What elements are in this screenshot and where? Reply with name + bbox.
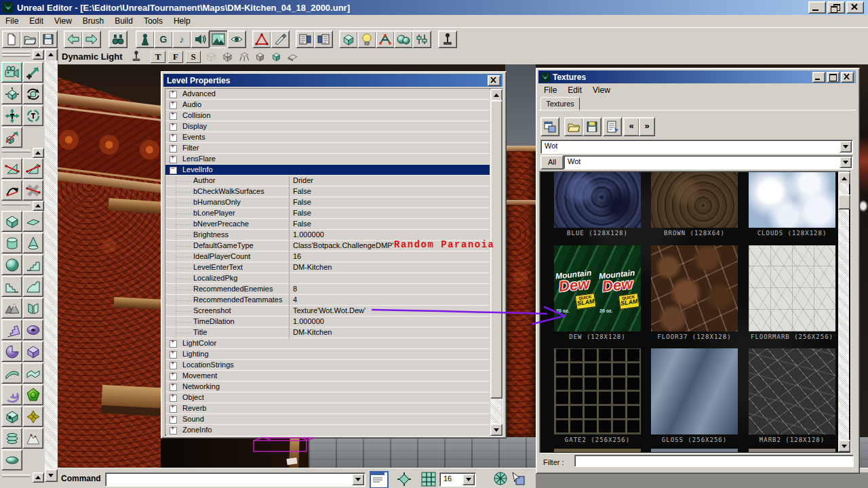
palette-scroll-down[interactable] bbox=[45, 469, 58, 482]
palette-grip[interactable] bbox=[2, 51, 31, 54]
palette-grip[interactable] bbox=[2, 203, 31, 205]
palette-section-button[interactable] bbox=[33, 201, 44, 211]
property-row[interactable]: bLonePlayer False bbox=[165, 208, 490, 219]
property-group-row[interactable]: LightColor bbox=[165, 338, 490, 349]
texture-align-button[interactable]: T bbox=[151, 51, 165, 63]
ellipse-brush-button[interactable] bbox=[1, 449, 22, 470]
scale-actor-button[interactable] bbox=[1, 105, 22, 126]
textures-next-button[interactable]: » bbox=[639, 117, 655, 136]
split-polygon-button[interactable] bbox=[1, 180, 22, 201]
scroll-thumb[interactable] bbox=[838, 195, 850, 209]
pan-camera-button[interactable] bbox=[1, 83, 22, 104]
texture-tile-peek[interactable] bbox=[651, 449, 738, 452]
property-group-row[interactable]: Movement bbox=[165, 371, 490, 382]
property-row[interactable]: Title DM-Kitchen bbox=[165, 327, 490, 338]
joystick-small-icon[interactable] bbox=[131, 50, 142, 62]
grid-toggle-icon[interactable] bbox=[421, 472, 436, 487]
minimize-button[interactable] bbox=[808, 1, 826, 14]
textures-dock-button[interactable] bbox=[540, 117, 559, 136]
group-dropdown-button[interactable] bbox=[840, 157, 852, 168]
expand-plus-icon[interactable] bbox=[170, 394, 177, 402]
all-button[interactable]: All bbox=[540, 155, 564, 169]
music-browser-button[interactable]: ♪ bbox=[172, 30, 191, 48]
property-row[interactable]: TimeDilation 1.000000 bbox=[165, 317, 490, 327]
filter-input[interactable] bbox=[574, 455, 854, 467]
scroll-down-button[interactable] bbox=[838, 440, 850, 452]
move-actor-button[interactable] bbox=[22, 62, 43, 83]
package-combobox[interactable]: Wot bbox=[540, 140, 853, 154]
select-mode-icon[interactable] bbox=[511, 471, 526, 486]
cylinder-brush-button[interactable] bbox=[1, 232, 22, 253]
new-map-button[interactable] bbox=[2, 30, 21, 48]
cube-brush-button[interactable] bbox=[1, 211, 22, 232]
expand-plus-icon[interactable] bbox=[170, 145, 177, 152]
clip-flip-button[interactable] bbox=[22, 158, 43, 179]
grid-size-dropdown-button[interactable] bbox=[462, 474, 475, 485]
expand-plus-icon[interactable] bbox=[170, 134, 177, 142]
spiral-brush-button[interactable] bbox=[1, 384, 22, 405]
mesh-editor-button[interactable] bbox=[271, 30, 290, 48]
build-options-button[interactable] bbox=[412, 30, 431, 48]
property-group-row[interactable]: Networking bbox=[165, 382, 490, 392]
build-geometry-button[interactable] bbox=[339, 30, 358, 48]
expand-plus-icon[interactable] bbox=[170, 91, 177, 98]
property-row[interactable]: bNeverPrecache False bbox=[165, 219, 490, 230]
menu-item[interactable]: Tools bbox=[138, 15, 168, 27]
property-group-row[interactable]: Reverb bbox=[165, 403, 490, 414]
clip-marker-button[interactable] bbox=[1, 158, 22, 179]
property-group-row[interactable]: ZoneInfo bbox=[165, 425, 490, 434]
spiral-stairs-brush-button[interactable] bbox=[1, 276, 22, 297]
view-bsp-icon[interactable] bbox=[237, 51, 250, 62]
dodecahedron-brush-button[interactable] bbox=[22, 384, 43, 405]
sphere-brush-button[interactable] bbox=[1, 254, 22, 275]
group-combobox[interactable]: Wot bbox=[564, 155, 853, 169]
torus-brush-button[interactable] bbox=[22, 319, 43, 340]
property-group-row[interactable]: Advanced bbox=[165, 89, 490, 100]
hollow-cube-brush-button[interactable] bbox=[1, 406, 22, 427]
menu-item[interactable]: View bbox=[587, 84, 616, 96]
actor-browser-button[interactable] bbox=[136, 30, 155, 48]
texture-tile-floor37[interactable] bbox=[651, 245, 738, 331]
texture-align-button[interactable]: S bbox=[186, 51, 201, 63]
texture-tile-peek[interactable] bbox=[749, 449, 835, 452]
save-map-button[interactable] bbox=[39, 30, 58, 48]
expand-plus-icon[interactable] bbox=[170, 416, 177, 424]
build-lighting-button[interactable] bbox=[357, 30, 376, 48]
texture-tile-brown[interactable] bbox=[651, 172, 738, 228]
expand-plus-icon[interactable] bbox=[170, 373, 177, 380]
palette-grip[interactable] bbox=[2, 474, 31, 477]
view-solid-icon[interactable] bbox=[254, 51, 267, 62]
textures-minimize-button[interactable] bbox=[812, 72, 825, 83]
palette-scroll-track[interactable] bbox=[45, 60, 58, 469]
property-row[interactable]: LocalizedPkg bbox=[165, 273, 490, 284]
texture-tile-blue[interactable] bbox=[554, 172, 641, 228]
menu-item[interactable]: Help bbox=[168, 15, 196, 27]
build-paths-button[interactable] bbox=[376, 30, 395, 48]
property-group-row[interactable]: Lighting bbox=[165, 349, 490, 360]
palette-section-button[interactable] bbox=[33, 148, 44, 158]
expand-plus-icon[interactable] bbox=[170, 351, 177, 359]
close-button[interactable] bbox=[846, 1, 864, 14]
texture-browser[interactable]: BLUE (128X128) BROWN (128X64) CLOUDS (12… bbox=[539, 171, 851, 453]
rotate-brush-button[interactable] bbox=[22, 105, 43, 126]
texture-browser-button[interactable] bbox=[209, 30, 228, 48]
grid-size-combobox[interactable]: 16 bbox=[439, 472, 476, 487]
rotate-actor-button[interactable] bbox=[22, 83, 43, 104]
view-textured-icon[interactable] bbox=[270, 51, 283, 62]
property-group-row[interactable]: Object bbox=[165, 392, 490, 403]
command-dropdown-button[interactable] bbox=[352, 474, 364, 485]
mesh-browser-button[interactable] bbox=[227, 30, 246, 48]
command-input[interactable] bbox=[107, 474, 353, 485]
expand-plus-icon[interactable] bbox=[170, 123, 177, 131]
menu-item[interactable]: Build bbox=[109, 15, 138, 27]
cylinder-section-brush-button[interactable] bbox=[1, 341, 22, 362]
cone-brush-button[interactable] bbox=[22, 232, 43, 253]
texture-align-button[interactable]: F bbox=[168, 51, 183, 63]
palette-grip[interactable] bbox=[2, 150, 31, 152]
palette-section-button[interactable] bbox=[33, 472, 44, 483]
property-scrollbar[interactable] bbox=[490, 89, 501, 434]
texture-tile-floormarb[interactable] bbox=[749, 245, 835, 331]
textures-save-button[interactable] bbox=[583, 117, 601, 136]
textures-maximize-button[interactable] bbox=[827, 72, 840, 83]
expand-plus-icon[interactable] bbox=[170, 113, 177, 120]
